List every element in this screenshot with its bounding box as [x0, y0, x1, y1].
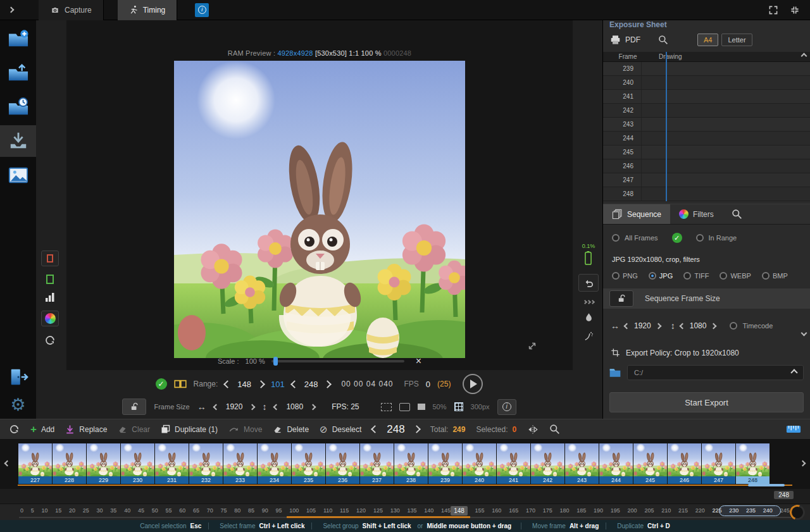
printer-icon[interactable] — [609, 34, 621, 46]
sidebar-collapse-icon[interactable] — [8, 7, 15, 13]
format-radio[interactable] — [683, 272, 691, 280]
frame-thumbnail[interactable]: 240 — [463, 443, 496, 484]
format-radio[interactable] — [612, 272, 620, 280]
film-ruler-icon[interactable] — [786, 424, 801, 435]
info-button[interactable]: i — [195, 3, 209, 17]
ruler-tick[interactable]: 5 — [31, 507, 34, 514]
seq-width-decrease-icon[interactable] — [624, 323, 630, 329]
frame-thumbnail[interactable]: 229 — [87, 443, 120, 484]
ruler-tick[interactable]: 120 — [356, 507, 366, 514]
ruler-tick[interactable]: 165 — [509, 507, 518, 514]
frame-thumbnail[interactable]: 241 — [497, 443, 530, 484]
sidebar-item-export[interactable] — [0, 57, 36, 89]
all-frames-radio[interactable] — [612, 234, 620, 242]
tab-sequence[interactable]: Sequence — [603, 204, 670, 224]
table-row[interactable]: 242 — [603, 104, 810, 118]
format-option[interactable]: WEBP — [720, 272, 751, 280]
play-button[interactable] — [463, 374, 483, 394]
range-end-value[interactable]: 248 — [304, 380, 318, 389]
skip-forward-icon[interactable] — [583, 300, 594, 304]
ruler-tick[interactable]: 205 — [644, 507, 654, 514]
frame-thumbnail[interactable]: 239 — [428, 443, 462, 484]
in-range-label[interactable]: In Range — [709, 234, 737, 242]
frame-thumbnail[interactable]: 248 — [736, 443, 770, 484]
range-end-prev-icon[interactable] — [290, 380, 299, 388]
ruler-tick[interactable]: 15 — [55, 507, 61, 514]
frame-thumbnail[interactable]: 243 — [565, 443, 599, 484]
mirror-icon[interactable] — [527, 424, 539, 435]
ruler-tick[interactable]: 195 — [611, 507, 620, 514]
height-decrease-icon[interactable] — [273, 404, 280, 410]
frame-thumbnail[interactable]: 242 — [531, 443, 564, 484]
ruler-tick[interactable]: 220 — [695, 507, 705, 514]
ruler-tick[interactable]: 80 — [234, 507, 240, 514]
histogram-icon[interactable] — [44, 292, 56, 302]
strip-scroll-right-icon[interactable] — [800, 461, 806, 467]
pdf-label[interactable]: PDF — [625, 35, 640, 44]
ruler-tick[interactable]: 160 — [492, 507, 501, 514]
paper-a4-button[interactable]: A4 — [697, 34, 718, 46]
frame-thumbnail[interactable]: 246 — [668, 443, 701, 484]
ruler-tick[interactable]: 125 — [373, 507, 383, 514]
ruler-tick[interactable]: 135 — [407, 507, 416, 514]
preview-image[interactable] — [174, 61, 465, 358]
resize-handle-icon[interactable] — [527, 341, 537, 351]
refresh-icon[interactable] — [44, 335, 56, 346]
clear-button[interactable]: Clear — [118, 424, 150, 434]
frame-thumbnail[interactable]: 235 — [292, 443, 325, 484]
scale-slider[interactable] — [271, 360, 404, 362]
ruler-tick[interactable]: 105 — [306, 507, 316, 514]
table-row[interactable]: 243 — [603, 118, 810, 132]
sidebar-item-gallery[interactable] — [0, 159, 36, 191]
strip-visible-window[interactable] — [748, 484, 785, 486]
frame-thumbnail[interactable]: 245 — [633, 443, 667, 484]
filled-rect-icon[interactable] — [418, 404, 425, 410]
ruler-tick[interactable]: 60 — [179, 507, 185, 514]
timeline-ruler[interactable]: 0510152025303540455055606570758085909510… — [0, 504, 810, 520]
ruler-tick[interactable]: 85 — [248, 507, 254, 514]
seq-width-value[interactable]: 1920 — [634, 321, 651, 330]
sidebar-item-exit[interactable] — [0, 363, 36, 391]
table-row[interactable]: 246 — [603, 159, 810, 173]
frame-thumbnail[interactable]: 231 — [155, 443, 189, 484]
frame-thumbnail[interactable]: 237 — [360, 443, 394, 484]
ruler-tick[interactable]: 140 — [424, 507, 433, 514]
format-option[interactable]: JPG — [649, 272, 673, 280]
sidebar-item-capture[interactable] — [0, 23, 36, 54]
seq-width-increase-icon[interactable] — [655, 323, 661, 329]
frame-height-value[interactable]: 1080 — [286, 402, 303, 411]
tab-search[interactable] — [732, 204, 742, 224]
add-button[interactable]: + Add — [30, 424, 54, 435]
selection-rect-icon[interactable] — [381, 403, 392, 411]
paper-letter-button[interactable]: Letter — [721, 34, 752, 46]
ruler-tick[interactable]: 30 — [97, 507, 103, 514]
timecode-label[interactable]: Timecode — [742, 322, 773, 330]
format-radio[interactable] — [762, 272, 770, 280]
tab-capture[interactable]: Capture — [39, 0, 104, 20]
frame-thumbnail[interactable]: 230 — [121, 443, 154, 484]
width-decrease-icon[interactable] — [213, 404, 219, 410]
scale-slider-handle[interactable] — [273, 357, 278, 366]
range-start-prev-icon[interactable] — [223, 380, 232, 388]
ruler-tick[interactable]: 110 — [323, 507, 332, 514]
timecode-radio[interactable] — [730, 322, 737, 330]
ruler-tick[interactable]: 40 — [124, 507, 130, 514]
ruler-tick[interactable]: 170 — [526, 507, 535, 514]
ruler-tick[interactable]: 175 — [543, 507, 552, 514]
ruler-tick[interactable]: 55 — [165, 507, 171, 514]
ruler-tick[interactable]: 190 — [594, 507, 603, 514]
scroll-down-icon[interactable] — [801, 330, 807, 337]
exit-fullscreen-icon[interactable] — [790, 5, 800, 15]
width-increase-icon[interactable] — [249, 404, 256, 410]
format-radio[interactable] — [649, 272, 656, 280]
zoom-icon[interactable] — [549, 424, 560, 435]
spray-icon[interactable] — [583, 331, 594, 342]
in-range-radio[interactable] — [696, 234, 704, 242]
tab-timing[interactable]: Timing — [118, 0, 178, 20]
ruler-tick[interactable]: 90 — [262, 507, 268, 514]
ruler-tick[interactable]: 145 — [441, 507, 451, 514]
export-path-select[interactable]: C:/ — [627, 365, 804, 380]
seq-height-increase-icon[interactable] — [711, 323, 717, 329]
ruler-tick[interactable]: 20 — [69, 507, 75, 514]
seq-height-decrease-icon[interactable] — [679, 323, 685, 329]
